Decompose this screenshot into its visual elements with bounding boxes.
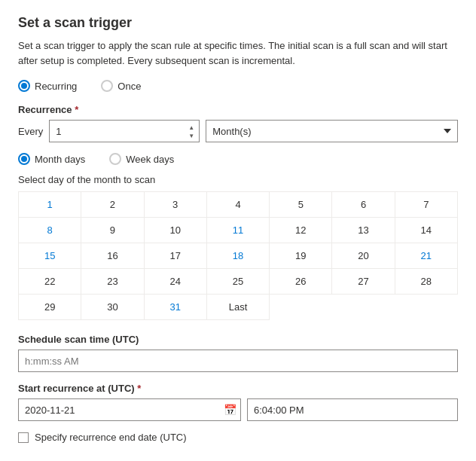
radio-once[interactable]: Once (101, 80, 141, 92)
calendar-day-15[interactable]: 15 (19, 243, 81, 269)
schedule-time-label: Schedule scan time (UTC) (18, 334, 458, 345)
calendar-day-28[interactable]: 28 (395, 269, 458, 295)
calendar-day-21[interactable]: 21 (395, 243, 458, 269)
calendar-day-9[interactable]: 9 (81, 218, 144, 243)
radio-label-once: Once (117, 81, 141, 92)
radio-label-recurring: Recurring (35, 81, 77, 92)
calendar-day-14[interactable]: 14 (395, 218, 458, 243)
calendar-heading: Select day of the month to scan (18, 174, 458, 185)
calendar-day-6[interactable]: 6 (332, 192, 395, 218)
radio-circle-month-days (18, 153, 30, 165)
end-date-label: Specify recurrence end date (UTC) (35, 432, 187, 443)
start-recurrence-row: 📅 (18, 398, 458, 421)
radio-label-month-days: Month days (35, 154, 85, 165)
spinner-buttons: ▲ ▼ (186, 124, 197, 139)
calendar-day-3[interactable]: 3 (145, 192, 207, 218)
radio-circle-once (101, 80, 113, 92)
radio-circle-week-days (109, 153, 121, 165)
calendar-day-8[interactable]: 8 (19, 218, 81, 243)
calendar-day-27[interactable]: 27 (332, 269, 395, 295)
recurrence-row: Every ▲ ▼ Month(s) Week(s) Day(s) (18, 120, 458, 142)
calendar-day-22[interactable]: 22 (19, 269, 81, 295)
calendar-day-2[interactable]: 2 (81, 192, 144, 218)
calendar-day-29[interactable]: 29 (19, 295, 81, 320)
date-input-wrapper: 📅 (18, 398, 241, 421)
calendar-grid: 1234567891011121314151617181920212223242… (18, 191, 458, 320)
calendar-day-18[interactable]: 18 (207, 243, 270, 269)
start-time-input[interactable] (247, 398, 458, 421)
spinner-up[interactable]: ▲ (186, 124, 197, 131)
schedule-time-input[interactable] (18, 350, 458, 372)
recurrence-label: Recurrence (18, 104, 458, 115)
calendar-day-31[interactable]: 31 (145, 295, 207, 320)
calendar-day-13[interactable]: 13 (332, 218, 395, 243)
calendar-day-26[interactable]: 26 (270, 269, 332, 295)
every-label: Every (18, 126, 43, 137)
calendar-day-16[interactable]: 16 (81, 243, 144, 269)
end-date-row: Specify recurrence end date (UTC) (18, 432, 458, 443)
page-title: Set a scan trigger (18, 15, 458, 31)
calendar-day-24[interactable]: 24 (145, 269, 207, 295)
radio-recurring[interactable]: Recurring (18, 80, 77, 92)
radio-month-days[interactable]: Month days (18, 153, 85, 165)
calendar-day-4[interactable]: 4 (207, 192, 270, 218)
calendar-day-23[interactable]: 23 (81, 269, 144, 295)
calendar-day-10[interactable]: 10 (145, 218, 207, 243)
calendar-day-7[interactable]: 7 (395, 192, 458, 218)
start-recurrence-label: Start recurrence at (UTC) (18, 383, 458, 394)
day-type-group: Month days Week days (18, 153, 458, 165)
every-input-wrapper: ▲ ▼ (49, 120, 200, 142)
every-value-input[interactable] (49, 120, 200, 142)
spinner-down[interactable]: ▼ (186, 132, 197, 139)
page-description: Set a scan trigger to apply the scan rul… (18, 38, 458, 68)
recurrence-unit-select[interactable]: Month(s) Week(s) Day(s) (206, 120, 458, 142)
radio-label-week-days: Week days (126, 154, 174, 165)
calendar-day-12[interactable]: 12 (270, 218, 332, 243)
radio-circle-recurring (18, 80, 30, 92)
calendar-day-30[interactable]: 30 (81, 295, 144, 320)
calendar-day-19[interactable]: 19 (270, 243, 332, 269)
start-date-input[interactable] (18, 398, 241, 421)
calendar-day-17[interactable]: 17 (145, 243, 207, 269)
end-date-checkbox[interactable] (18, 432, 29, 443)
calendar-day-25[interactable]: 25 (207, 269, 270, 295)
calendar-day-11[interactable]: 11 (207, 218, 270, 243)
radio-week-days[interactable]: Week days (109, 153, 174, 165)
calendar-day-20[interactable]: 20 (332, 243, 395, 269)
calendar-day-5[interactable]: 5 (270, 192, 332, 218)
calendar-day-1[interactable]: 1 (19, 192, 81, 218)
calendar-day-Last[interactable]: Last (207, 295, 270, 320)
calendar-icon[interactable]: 📅 (224, 404, 236, 416)
trigger-type-group: Recurring Once (18, 80, 458, 92)
